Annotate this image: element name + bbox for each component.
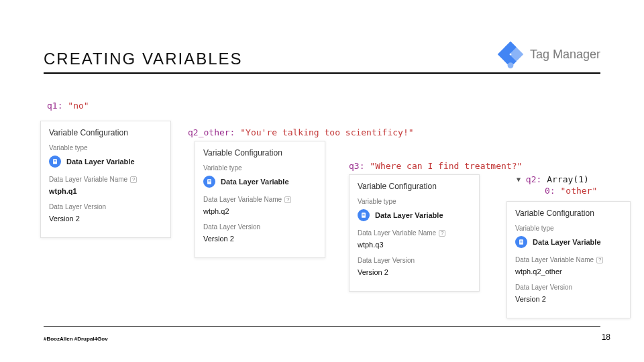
version-label: Data Layer Version [49,203,162,210]
variable-config-panel-q1: Variable Configuration Variable type Dat… [40,121,171,238]
variable-name-label: Data Layer Variable Name? [49,176,162,183]
svg-rect-11 [520,241,522,241]
slide-title: CREATING VARIABLES [44,50,243,68]
svg-rect-9 [362,215,364,216]
version-value: Version 2 [203,235,317,243]
variable-type-label: Variable type [515,225,622,232]
variable-name-value: wtph.q2 [203,207,317,215]
variable-name-label: Data Layer Variable Name? [203,196,317,203]
svg-rect-6 [208,182,210,182]
panel-title: Variable Configuration [358,182,471,191]
panel-title: Variable Configuration [515,208,622,218]
tag-manager-label: Tag Manager [530,48,600,62]
svg-rect-12 [520,242,522,243]
code-q3: q3: "Where can I find treatment?" [349,161,522,171]
data-layer-variable-icon [203,176,215,188]
svg-rect-2 [54,160,56,161]
variable-type-label: Variable type [358,198,471,205]
variable-name-value: wtph.q3 [358,241,471,249]
slide-content: q1: "no" q2_other: "You're talking too s… [27,74,631,322]
variable-config-panel-q2-other: Variable Configuration Variable type Dat… [506,201,631,318]
tag-manager-icon [496,40,525,68]
slide-header: CREATING VARIABLES Tag Manager [44,40,600,74]
variable-config-panel-q2: Variable Configuration Variable type Dat… [195,141,325,258]
version-label: Data Layer Version [203,223,317,231]
variable-type-row: Data Layer Variable [203,176,317,188]
version-label: Data Layer Version [358,257,471,264]
panel-title: Variable Configuration [203,148,317,158]
help-icon[interactable]: ? [596,257,603,263]
variable-type-label: Variable type [203,164,317,172]
code-q1: q1: "no" [47,101,89,111]
code-q2-item: 0: "other" [545,186,597,196]
variable-type-value: Data Layer Variable [221,178,289,186]
svg-rect-5 [208,180,210,181]
svg-rect-8 [362,214,364,215]
version-label: Data Layer Version [515,284,622,291]
code-q2-other: q2_other: "You're talking too scientific… [188,127,414,137]
variable-config-panel-q3: Variable Configuration Variable type Dat… [349,174,480,292]
variable-type-value: Data Layer Variable [66,158,135,166]
svg-rect-3 [54,162,56,162]
version-value: Version 2 [515,295,622,303]
variable-name-label: Data Layer Variable Name? [515,256,622,263]
panel-title: Variable Configuration [49,128,162,137]
data-layer-variable-icon [49,156,61,168]
footer-divider [44,326,600,327]
variable-type-row: Data Layer Variable [358,209,471,221]
code-q2-array: ▼ q2: Array(1) [517,174,589,184]
variable-type-label: Variable type [49,144,162,152]
version-value: Version 2 [358,268,471,276]
help-icon[interactable]: ? [439,230,445,237]
svg-point-0 [508,62,514,68]
data-layer-variable-icon [358,209,370,221]
variable-type-value: Data Layer Variable [533,238,601,246]
variable-name-value: wtph.q2_other [515,267,622,276]
tag-manager-logo: Tag Manager [496,40,600,68]
variable-type-value: Data Layer Variable [375,211,443,219]
variable-name-value: wtph.q1 [49,187,162,195]
footer-hashtags: #BoozAllen #Drupal4Gov [44,336,108,342]
variable-type-row: Data Layer Variable [49,156,162,168]
help-icon[interactable]: ? [130,176,137,183]
page-number: 18 [602,333,610,342]
version-value: Version 2 [49,215,162,223]
data-layer-variable-icon [515,236,527,248]
variable-type-row: Data Layer Variable [515,236,622,248]
help-icon[interactable]: ? [284,196,291,203]
variable-name-label: Data Layer Variable Name? [358,229,471,237]
